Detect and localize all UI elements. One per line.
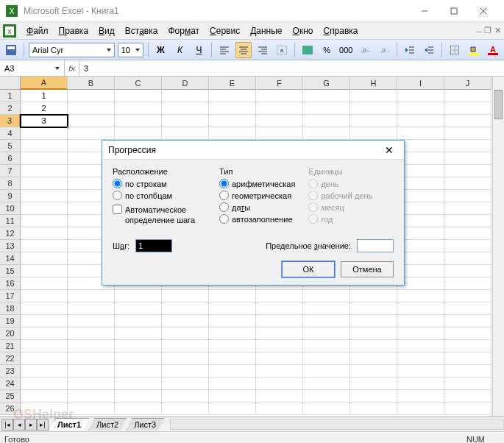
font-color-button[interactable]: A (485, 42, 501, 58)
row-header-22[interactable]: 22 (0, 352, 21, 365)
cell-H19[interactable] (350, 315, 397, 327)
doc-minimize-button[interactable]: – (477, 26, 481, 35)
cell-D22[interactable] (162, 352, 209, 365)
cell-J11[interactable] (444, 215, 491, 227)
cell-A20[interactable] (21, 327, 68, 340)
cell-C23[interactable] (115, 365, 162, 378)
cell-H25[interactable] (350, 390, 397, 403)
col-header-B[interactable]: B (68, 77, 115, 90)
cell-A1[interactable]: 1 (21, 90, 68, 102)
cell-J17[interactable] (444, 290, 491, 302)
cell-J25[interactable] (444, 390, 491, 403)
merge-button[interactable]: a (274, 42, 290, 58)
limit-input[interactable] (357, 239, 394, 252)
col-header-C[interactable]: C (115, 77, 162, 90)
cell-I3[interactable] (397, 115, 444, 127)
cell-J22[interactable] (444, 352, 491, 365)
cell-C4[interactable] (115, 127, 162, 140)
cell-F20[interactable] (256, 327, 303, 340)
cell-J5[interactable] (444, 140, 491, 152)
align-left-button[interactable] (216, 42, 233, 58)
cell-J19[interactable] (444, 315, 491, 327)
menu-tools[interactable]: Сервис (205, 24, 244, 38)
cell-A5[interactable] (21, 140, 68, 152)
minimize-button[interactable] (410, 0, 439, 22)
cell-J9[interactable] (444, 190, 491, 202)
cell-A6[interactable] (21, 152, 68, 165)
row-header-16[interactable]: 16 (0, 277, 21, 290)
cell-F22[interactable] (256, 352, 303, 365)
cell-G2[interactable] (303, 102, 350, 115)
cell-F4[interactable] (256, 127, 303, 140)
cell-G1[interactable] (303, 90, 350, 102)
cell-A23[interactable] (21, 365, 68, 378)
cell-J6[interactable] (444, 152, 491, 165)
cell-H26[interactable] (350, 403, 397, 415)
cell-D18[interactable] (162, 302, 209, 315)
row-header-17[interactable]: 17 (0, 290, 21, 302)
cell-C22[interactable] (115, 352, 162, 365)
cell-B18[interactable] (68, 302, 115, 315)
row-header-11[interactable]: 11 (0, 215, 21, 227)
row-header-13[interactable]: 13 (0, 240, 21, 252)
col-header-I[interactable]: I (397, 77, 444, 90)
row-header-21[interactable]: 21 (0, 340, 21, 352)
cell-J3[interactable] (444, 115, 491, 127)
cell-G18[interactable] (303, 302, 350, 315)
sheet-tab-3[interactable]: Лист3 (126, 418, 164, 430)
comma-button[interactable]: 000 (338, 42, 354, 58)
cell-I4[interactable] (397, 127, 444, 140)
row-header-19[interactable]: 19 (0, 315, 21, 327)
row-header-2[interactable]: 2 (0, 102, 21, 115)
cell-J12[interactable] (444, 227, 491, 240)
cell-D23[interactable] (162, 365, 209, 378)
cell-J16[interactable] (444, 277, 491, 290)
radio-dates[interactable] (219, 202, 229, 212)
cell-A3[interactable]: 3 (21, 115, 68, 127)
cell-C24[interactable] (115, 378, 162, 390)
cell-F1[interactable] (256, 90, 303, 102)
cell-J7[interactable] (444, 165, 491, 177)
cell-F25[interactable] (256, 390, 303, 403)
row-header-25[interactable]: 25 (0, 390, 21, 403)
cell-J10[interactable] (444, 202, 491, 215)
cell-I19[interactable] (397, 315, 444, 327)
cell-E21[interactable] (209, 340, 256, 352)
font-name-select[interactable]: Arial Cyr (29, 43, 115, 57)
cell-J4[interactable] (444, 127, 491, 140)
cell-E23[interactable] (209, 365, 256, 378)
cell-I18[interactable] (397, 302, 444, 315)
cell-E22[interactable] (209, 352, 256, 365)
cell-C17[interactable] (115, 290, 162, 302)
cell-H23[interactable] (350, 365, 397, 378)
row-header-7[interactable]: 7 (0, 165, 21, 177)
cancel-button[interactable]: Отмена (341, 261, 394, 277)
cell-D17[interactable] (162, 290, 209, 302)
cell-A8[interactable] (21, 177, 68, 190)
cell-F23[interactable] (256, 365, 303, 378)
fx-icon[interactable]: fx (65, 60, 79, 76)
cell-A25[interactable] (21, 390, 68, 403)
row-header-6[interactable]: 6 (0, 152, 21, 165)
cell-C3[interactable] (115, 115, 162, 127)
maximize-button[interactable] (439, 0, 469, 22)
cell-B4[interactable] (68, 127, 115, 140)
radio-by-cols[interactable] (113, 191, 122, 200)
cell-B1[interactable] (68, 90, 115, 102)
cell-J13[interactable] (444, 240, 491, 252)
sheet-tab-2[interactable]: Лист2 (88, 418, 127, 430)
cell-A12[interactable] (21, 227, 68, 240)
cell-G3[interactable] (303, 115, 350, 127)
menu-view[interactable]: Вид (94, 24, 119, 38)
cell-C20[interactable] (115, 327, 162, 340)
cell-H17[interactable] (350, 290, 397, 302)
menu-help[interactable]: Справка (319, 24, 362, 38)
cell-A17[interactable] (21, 290, 68, 302)
doc-close-button[interactable]: ✕ (494, 26, 501, 35)
cell-B17[interactable] (68, 290, 115, 302)
cell-A18[interactable] (21, 302, 68, 315)
cell-C21[interactable] (115, 340, 162, 352)
cell-H1[interactable] (350, 90, 397, 102)
cell-G23[interactable] (303, 365, 350, 378)
row-header-18[interactable]: 18 (0, 302, 21, 315)
